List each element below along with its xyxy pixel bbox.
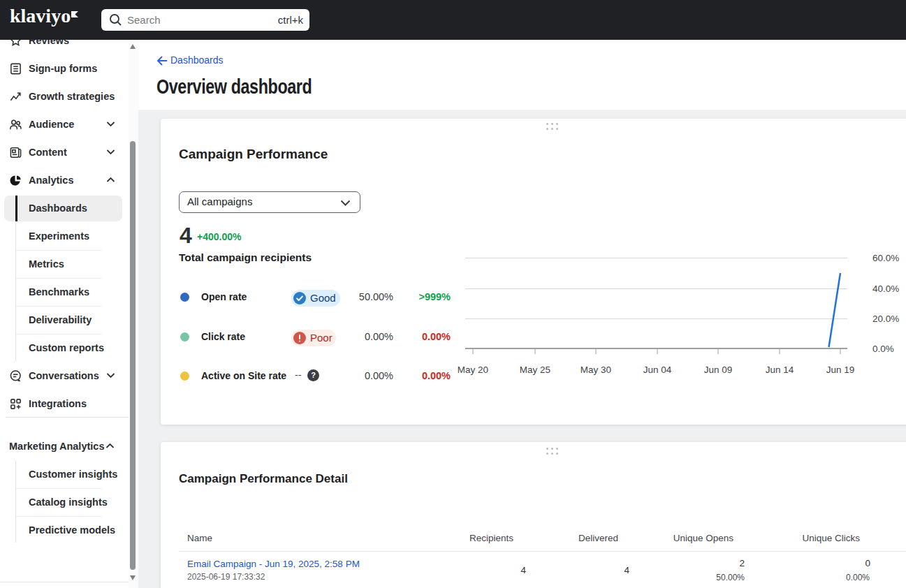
- svg-text:Jun 04: Jun 04: [643, 365, 672, 375]
- svg-text:Jun 19: Jun 19: [826, 365, 855, 375]
- svg-text:May 25: May 25: [520, 365, 550, 375]
- svg-text:?: ?: [311, 371, 316, 379]
- svg-text:20.0%: 20.0%: [872, 314, 899, 324]
- svg-text:40.0%: 40.0%: [872, 284, 899, 294]
- svg-text:Jun 09: Jun 09: [704, 365, 733, 375]
- svg-text:May 30: May 30: [580, 365, 611, 375]
- svg-text:0.0%: 0.0%: [872, 344, 894, 354]
- svg-text:60.0%: 60.0%: [872, 253, 899, 263]
- svg-text:May 20: May 20: [458, 365, 488, 375]
- svg-text:Jun 14: Jun 14: [766, 365, 794, 375]
